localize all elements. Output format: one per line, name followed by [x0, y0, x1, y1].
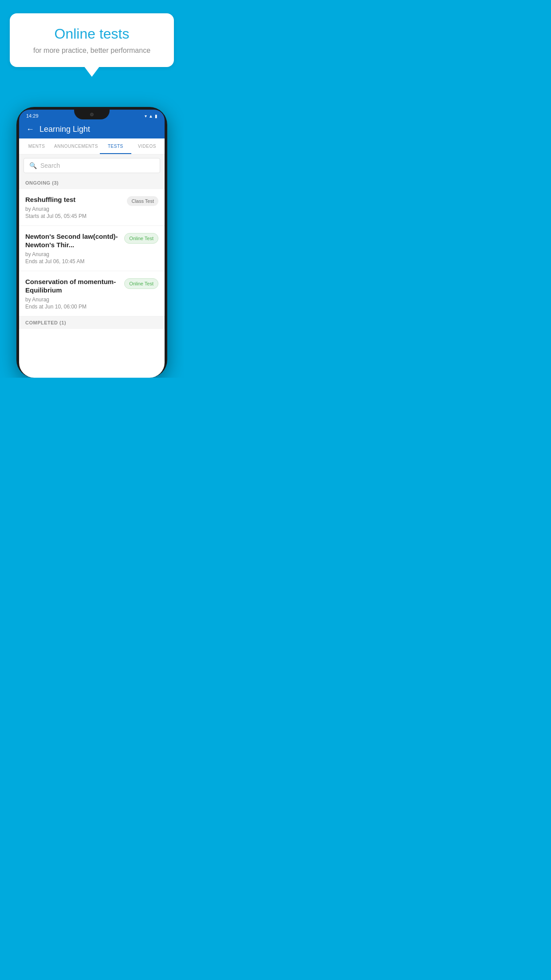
ongoing-section-label: ONGOING (3)	[19, 177, 165, 189]
test-info: Reshuffling test by Anurag Starts at Jul…	[25, 195, 127, 219]
hero-area: Online tests for more practice, better p…	[0, 0, 184, 85]
test-info: Newton's Second law(contd)-Newton's Thir…	[25, 232, 124, 265]
test-badge-online: Online Test	[124, 233, 158, 244]
bubble-title: Online tests	[23, 26, 161, 42]
test-name: Newton's Second law(contd)-Newton's Thir…	[25, 232, 120, 249]
search-icon: 🔍	[29, 162, 37, 169]
test-item[interactable]: Conservation of momentum-Equilibrium by …	[19, 271, 165, 316]
search-placeholder: Search	[40, 162, 60, 169]
test-date: Ends at Jul 06, 10:45 AM	[25, 258, 120, 265]
wifi-icon: ▾	[145, 114, 147, 119]
test-by: by Anurag	[25, 206, 122, 212]
tab-announcements[interactable]: ANNOUNCEMENTS	[52, 138, 100, 154]
test-info: Conservation of momentum-Equilibrium by …	[25, 277, 124, 310]
status-time: 14:29	[26, 113, 39, 119]
phone-wrapper: 14:29 ▾ ▲ ▮ ← Learning Light MENTS	[0, 107, 184, 378]
battery-icon: ▮	[155, 114, 157, 119]
phone-frame: 14:29 ▾ ▲ ▮ ← Learning Light MENTS	[16, 107, 167, 378]
tab-tests[interactable]: TESTS	[100, 138, 131, 154]
search-input-wrap[interactable]: 🔍 Search	[24, 158, 160, 173]
test-date: Ends at Jun 10, 06:00 PM	[25, 304, 120, 310]
test-list: Reshuffling test by Anurag Starts at Jul…	[19, 189, 165, 316]
test-name: Reshuffling test	[25, 195, 122, 204]
bubble-subtitle: for more practice, better performance	[23, 47, 161, 55]
test-badge-online-2: Online Test	[124, 278, 158, 289]
back-button[interactable]: ←	[26, 125, 34, 134]
search-bar: 🔍 Search	[19, 154, 165, 177]
test-date: Starts at Jul 05, 05:45 PM	[25, 213, 122, 219]
phone-screen: ← Learning Light MENTS ANNOUNCEMENTS TES…	[19, 120, 165, 378]
test-name: Conservation of momentum-Equilibrium	[25, 277, 120, 295]
test-by: by Anurag	[25, 251, 120, 257]
test-badge-class: Class Test	[127, 196, 158, 206]
camera-dot	[90, 113, 94, 116]
status-bar: 14:29 ▾ ▲ ▮	[19, 110, 165, 120]
test-item[interactable]: Newton's Second law(contd)-Newton's Thir…	[19, 226, 165, 271]
tabs-bar: MENTS ANNOUNCEMENTS TESTS VIDEOS	[19, 138, 165, 154]
speech-bubble: Online tests for more practice, better p…	[10, 13, 174, 67]
phone-notch	[74, 110, 110, 119]
app-header: ← Learning Light	[19, 120, 165, 138]
test-item[interactable]: Reshuffling test by Anurag Starts at Jul…	[19, 189, 165, 226]
tab-videos[interactable]: VIDEOS	[131, 138, 163, 154]
tab-ments[interactable]: MENTS	[21, 138, 52, 154]
signal-icon: ▲	[149, 114, 153, 119]
test-by: by Anurag	[25, 296, 120, 303]
completed-section-label: COMPLETED (1)	[19, 316, 165, 329]
app-title: Learning Light	[39, 125, 90, 134]
status-icons: ▾ ▲ ▮	[145, 114, 157, 119]
